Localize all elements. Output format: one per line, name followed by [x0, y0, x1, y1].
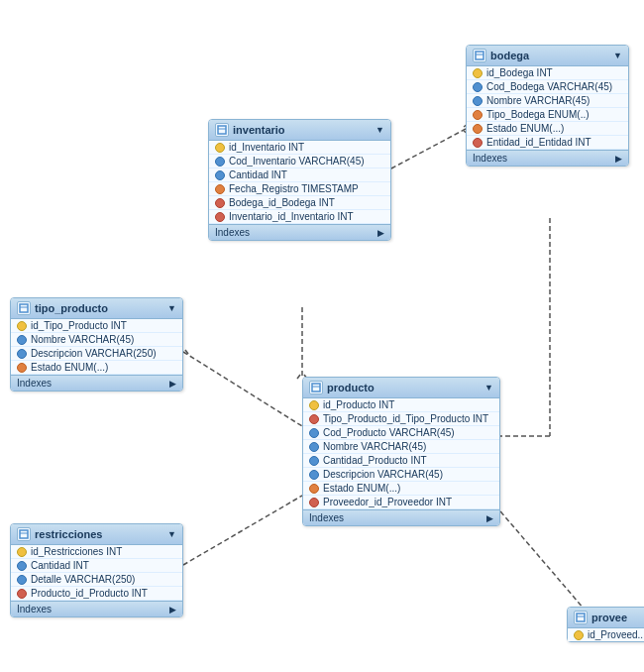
field-id-proveedor: id_Proveed...	[568, 628, 644, 641]
key-icon	[215, 143, 225, 153]
table-icon-tipo-producto	[17, 301, 31, 315]
table-header-proveedor[interactable]: provee	[568, 608, 644, 628]
field-descripcion-producto: Descripcion VARCHAR(45)	[303, 468, 499, 482]
field-icon-red	[473, 138, 483, 148]
field-nombre-producto: Nombre VARCHAR(45)	[303, 440, 499, 454]
field-detalle-restricciones: Detalle VARCHAR(250)	[11, 573, 182, 587]
table-icon-restricciones	[17, 527, 31, 541]
table-name-tipo-producto: tipo_producto	[35, 302, 108, 314]
field-entidad-bodega: Entidad_id_Entidad INT	[467, 136, 628, 150]
field-estado-bodega: Estado ENUM(...)	[467, 122, 628, 136]
svg-rect-17	[218, 126, 226, 134]
producto-dropdown[interactable]: ▼	[484, 383, 493, 392]
field-icon-blue	[17, 349, 27, 359]
field-icon-orange	[473, 110, 483, 120]
field-icon-red	[309, 498, 319, 507]
svg-rect-19	[20, 304, 28, 312]
field-icon-blue	[309, 428, 319, 438]
indexes-producto[interactable]: Indexes ▶	[303, 509, 499, 525]
field-estado-producto: Estado ENUM(...)	[303, 482, 499, 496]
table-header-bodega[interactable]: bodega ▼	[467, 46, 628, 66]
field-icon-blue	[473, 82, 483, 92]
field-icon-orange	[215, 184, 225, 194]
svg-line-6	[183, 352, 302, 426]
inventario-dropdown[interactable]: ▼	[376, 125, 384, 135]
field-inventario-inventario: Inventario_id_Inventario INT	[209, 210, 390, 224]
table-icon-producto	[309, 381, 323, 394]
field-icon-blue	[17, 335, 27, 345]
svg-line-0	[391, 129, 466, 168]
field-icon-blue	[309, 456, 319, 466]
tipo-producto-dropdown[interactable]: ▼	[167, 303, 176, 313]
table-header-producto[interactable]: producto ▼	[303, 378, 499, 398]
indexes-arrow-restricciones: ▶	[169, 605, 176, 615]
field-icon-blue	[17, 561, 27, 571]
field-icon-red	[17, 589, 27, 599]
table-name-inventario: inventario	[233, 124, 285, 136]
field-icon-orange	[309, 484, 319, 494]
field-icon-blue	[309, 470, 319, 480]
indexes-tipo-producto[interactable]: Indexes ▶	[11, 375, 182, 391]
table-name-producto: producto	[327, 382, 375, 393]
field-nombre-bodega: Nombre VARCHAR(45)	[467, 94, 628, 108]
key-icon	[17, 321, 27, 331]
field-estado-tipo-producto: Estado ENUM(...)	[11, 361, 182, 375]
field-icon-blue	[473, 96, 483, 106]
svg-line-14	[495, 505, 585, 610]
table-producto: producto ▼ id_Producto INT Tipo_Producto…	[302, 377, 500, 526]
table-name-proveedor: provee	[591, 612, 627, 623]
indexes-arrow-inventario: ▶	[377, 228, 384, 238]
field-id-inventario: id_Inventario INT	[209, 141, 390, 155]
field-cod-bodega: Cod_Bodega VARCHAR(45)	[467, 80, 628, 94]
svg-rect-15	[476, 52, 483, 59]
indexes-arrow-bodega: ▶	[615, 154, 622, 164]
restricciones-dropdown[interactable]: ▼	[167, 529, 176, 539]
field-cantidad-producto: Cantidad_Producto INT	[303, 454, 499, 468]
table-name-bodega: bodega	[490, 50, 529, 61]
table-icon-bodega	[473, 49, 486, 62]
field-proveedor-producto: Proveedor_id_Proveedor INT	[303, 496, 499, 509]
table-header-inventario[interactable]: inventario ▼	[209, 120, 390, 141]
field-icon-blue	[215, 157, 225, 167]
bodega-dropdown[interactable]: ▼	[613, 51, 622, 60]
key-icon	[309, 400, 319, 410]
svg-rect-23	[20, 530, 28, 538]
indexes-bodega[interactable]: Indexes ▶	[467, 150, 628, 166]
table-restricciones: restricciones ▼ id_Restricciones INT Can…	[10, 523, 183, 617]
svg-line-9	[183, 496, 302, 565]
indexes-restricciones[interactable]: Indexes ▶	[11, 601, 182, 616]
field-icon-red	[215, 212, 225, 222]
field-icon-orange	[473, 124, 483, 134]
table-bodega: bodega ▼ id_Bodega INT Cod_Bodega VARCHA…	[466, 45, 629, 167]
table-tipo-producto: tipo_producto ▼ id_Tipo_Producto INT Nom…	[10, 297, 183, 392]
field-id-restricciones: id_Restricciones INT	[11, 545, 182, 559]
field-cantidad-restricciones: Cantidad INT	[11, 559, 182, 573]
field-icon-red	[215, 198, 225, 208]
key-icon	[17, 547, 27, 557]
field-producto-restricciones: Producto_id_Producto INT	[11, 587, 182, 601]
table-header-restricciones[interactable]: restricciones ▼	[11, 524, 182, 545]
svg-rect-25	[577, 614, 585, 621]
field-nombre-tipo-producto: Nombre VARCHAR(45)	[11, 333, 182, 347]
table-proveedor: provee id_Proveed...	[567, 607, 644, 642]
field-tipo-producto-producto: Tipo_Producto_id_Tipo_Producto INT	[303, 412, 499, 426]
field-cod-producto: Cod_Producto VARCHAR(45)	[303, 426, 499, 440]
field-icon-red	[309, 414, 319, 424]
field-icon-blue	[309, 442, 319, 452]
field-cantidad-inventario: Cantidad INT	[209, 168, 390, 182]
key-icon	[473, 68, 483, 78]
field-id-tipo-producto: id_Tipo_Producto INT	[11, 319, 182, 333]
svg-line-4	[297, 375, 300, 379]
table-inventario: inventario ▼ id_Inventario INT Cod_Inven…	[208, 119, 391, 241]
indexes-inventario[interactable]: Indexes ▶	[209, 224, 390, 240]
field-icon-blue	[17, 575, 27, 585]
table-header-tipo-producto[interactable]: tipo_producto ▼	[11, 298, 182, 319]
field-tipo-bodega: Tipo_Bodega ENUM(..)	[467, 108, 628, 122]
field-cod-inventario: Cod_Inventario VARCHAR(45)	[209, 155, 390, 168]
table-icon-inventario	[215, 123, 229, 137]
field-id-bodega: id_Bodega INT	[467, 66, 628, 80]
indexes-arrow-producto: ▶	[486, 513, 493, 523]
field-bodega-inventario: Bodega_id_Bodega INT	[209, 196, 390, 210]
field-icon-blue	[215, 170, 225, 180]
field-id-producto: id_Producto INT	[303, 398, 499, 412]
